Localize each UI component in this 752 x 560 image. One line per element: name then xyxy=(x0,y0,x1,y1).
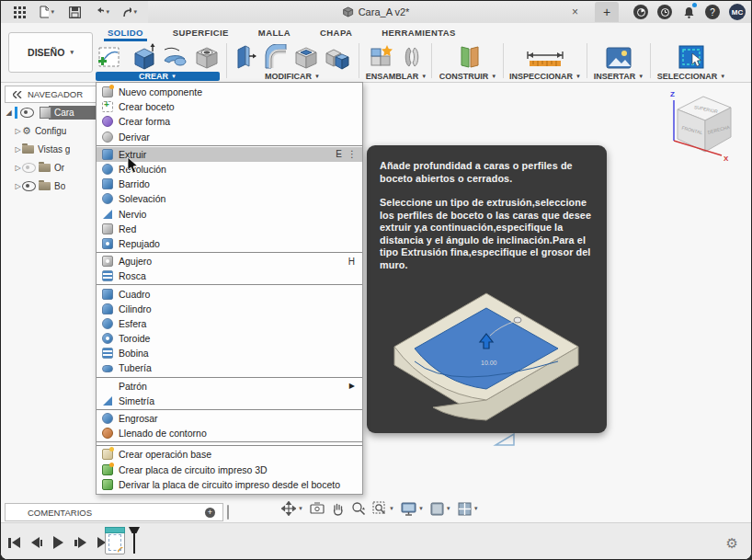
step-forward-button[interactable] xyxy=(74,537,86,548)
visibility-eye-off-icon[interactable] xyxy=(22,163,36,173)
combine-icon[interactable] xyxy=(325,46,350,70)
fillet-icon[interactable] xyxy=(262,44,288,70)
workspace-switcher[interactable]: DISEÑO▾ xyxy=(8,32,93,73)
pan-button[interactable] xyxy=(331,502,345,516)
measure-icon[interactable] xyxy=(524,48,566,70)
menu-item-crear-forma[interactable]: Crear forma xyxy=(97,114,362,129)
close-tab-icon[interactable]: × xyxy=(572,6,578,18)
timeline-sketch-feature[interactable] xyxy=(105,531,125,554)
construir-dropdown[interactable]: CONSTRUIR▼ xyxy=(439,72,496,81)
crear-dropdown[interactable]: CREAR▼ xyxy=(96,72,220,81)
joint-icon[interactable] xyxy=(400,44,424,70)
menu-item-crear-placa-3d[interactable]: Crear placa de circuito impreso 3D xyxy=(97,463,362,477)
look-at-button[interactable] xyxy=(310,502,325,515)
visibility-eye-icon[interactable] xyxy=(22,181,36,191)
tree-row-bocetos[interactable]: ▷ Bo xyxy=(5,179,97,193)
press-pull-icon[interactable] xyxy=(234,44,256,70)
create-sketch-icon[interactable] xyxy=(97,44,122,70)
file-menu-icon[interactable]: ▾ xyxy=(40,5,54,19)
visibility-eye-icon[interactable] xyxy=(20,108,34,118)
tab-solido[interactable]: SOLIDO xyxy=(93,23,158,41)
seleccionar-dropdown[interactable]: SELECCIONAR▼ xyxy=(657,72,725,81)
tab-superficie[interactable]: SUPERFICIE xyxy=(158,23,244,41)
viewports-button[interactable]: ▼ xyxy=(458,502,479,516)
grid-settings-button[interactable]: ▼ xyxy=(430,502,451,516)
menu-item-crear-boceto[interactable]: Crear boceto xyxy=(97,99,362,114)
inspeccionar-dropdown[interactable]: INSPECCIONAR▼ xyxy=(509,72,581,81)
menu-item-engrosar[interactable]: Engrosar xyxy=(97,411,362,426)
play-button[interactable] xyxy=(53,536,63,549)
hole-icon[interactable] xyxy=(194,44,220,70)
collapsed-twisty-icon[interactable]: ▷ xyxy=(14,164,22,172)
insert-image-icon[interactable] xyxy=(605,46,632,70)
orbit-button[interactable]: ▼ xyxy=(281,501,303,516)
extrude-icon[interactable] xyxy=(128,42,155,70)
construction-plane-icon[interactable] xyxy=(454,44,482,70)
menu-item-barrido[interactable]: Barrido xyxy=(97,177,362,191)
collapsed-twisty-icon[interactable]: ▷ xyxy=(14,182,22,190)
viewcube[interactable]: SUPERIOR FRONTAL DERECHA Z X xyxy=(663,86,742,168)
save-icon[interactable] xyxy=(67,5,82,19)
zoom-button[interactable] xyxy=(351,501,366,516)
document-tab[interactable]: Cara_A v2* xyxy=(343,6,410,17)
menu-item-cuadro[interactable]: Cuadro xyxy=(97,286,362,301)
tab-malla[interactable]: MALLA xyxy=(244,23,305,41)
go-to-start-button[interactable] xyxy=(8,537,20,548)
expanded-twisty-icon[interactable]: ◢ xyxy=(5,109,13,117)
modificar-dropdown[interactable]: MODIFICAR▼ xyxy=(265,72,320,81)
menu-item-tuberia[interactable]: Tubería xyxy=(97,360,362,375)
kebab-menu-icon[interactable]: ⋮ xyxy=(348,149,355,159)
menu-item-esfera[interactable]: Esfera xyxy=(97,316,362,331)
extensions-icon[interactable] xyxy=(633,5,648,19)
fit-button[interactable]: ▼ xyxy=(372,501,394,516)
title-bar: ▾ ▾ ▾ Cara_A v2* × + ? xyxy=(1,1,751,24)
timeline-settings-gear-icon[interactable]: ⚙ xyxy=(726,535,738,552)
tree-row-config[interactable]: ▷ ⚙ Configu xyxy=(5,124,97,138)
collapsed-twisty-icon[interactable]: ▷ xyxy=(14,127,22,135)
step-back-button[interactable] xyxy=(31,537,43,548)
redo-icon[interactable]: ▾ xyxy=(122,5,137,19)
menu-item-llenado-de-contorno[interactable]: Llenado de contorno xyxy=(97,426,362,440)
add-comment-icon[interactable]: + xyxy=(205,508,215,518)
timeline-position-marker[interactable] xyxy=(129,527,140,554)
new-tab-button[interactable]: + xyxy=(595,2,619,22)
collapsed-twisty-icon[interactable]: ▷ xyxy=(14,145,22,154)
help-icon[interactable]: ? xyxy=(705,5,720,19)
tree-row-origen[interactable]: ▷ Or xyxy=(5,161,97,175)
menu-item-derivar-placa[interactable]: Derivar la placa de circuito impreso des… xyxy=(97,477,362,492)
shell-icon[interactable] xyxy=(293,44,319,70)
menu-item-repujado[interactable]: Repujado xyxy=(97,236,362,251)
menu-item-bobina[interactable]: Bobina xyxy=(97,346,362,360)
comments-scrollbar[interactable] xyxy=(227,505,229,520)
display-settings-button[interactable]: ▼ xyxy=(401,502,424,516)
menu-item-red[interactable]: Red xyxy=(97,222,362,236)
menu-item-simetria[interactable]: Simetría xyxy=(97,394,362,408)
menu-item-solevacion[interactable]: Solevación xyxy=(97,191,362,206)
notifications-bell-icon[interactable] xyxy=(681,5,696,19)
tree-row-root[interactable]: ◢ Cara xyxy=(5,106,97,120)
menu-item-nervio[interactable]: Nervio xyxy=(97,207,362,222)
menu-item-derivar[interactable]: Derivar xyxy=(97,130,362,144)
select-icon[interactable] xyxy=(678,44,705,70)
revolve-icon[interactable] xyxy=(161,46,188,70)
new-component-icon[interactable] xyxy=(369,44,394,70)
insertar-dropdown[interactable]: INSERTAR▼ xyxy=(594,72,644,81)
menu-item-crear-operacion-base[interactable]: Crear operación base xyxy=(97,447,362,462)
menu-item-nuevo-componente[interactable]: Nuevo componente xyxy=(97,85,362,99)
user-avatar[interactable]: MC xyxy=(729,4,746,20)
menu-item-cilindro[interactable]: Cilindro xyxy=(97,302,362,316)
undo-icon[interactable]: ▾ xyxy=(95,5,109,19)
menu-item-toroide[interactable]: Toroide xyxy=(97,331,362,346)
menu-item-patron[interactable]: Patrón▶ xyxy=(97,379,362,394)
ensamblar-dropdown[interactable]: ENSAMBLAR▼ xyxy=(366,72,427,81)
menu-item-agujero[interactable]: AgujeroH xyxy=(97,254,362,269)
tab-chapa[interactable]: CHAPA xyxy=(305,23,367,41)
comments-panel[interactable]: COMENTARIOS + xyxy=(5,503,223,521)
menu-item-rosca[interactable]: Rosca xyxy=(97,269,362,283)
tree-row-vistas[interactable]: ▷ Vistas g xyxy=(5,143,97,156)
tab-herramientas[interactable]: HERRAMIENTAS xyxy=(367,23,471,41)
emboss-icon xyxy=(102,238,113,249)
job-status-clock-icon[interactable] xyxy=(657,5,672,19)
app-grid-icon[interactable] xyxy=(12,5,27,19)
menu-item-extruir[interactable]: Extruir E ⋮ xyxy=(97,147,362,162)
